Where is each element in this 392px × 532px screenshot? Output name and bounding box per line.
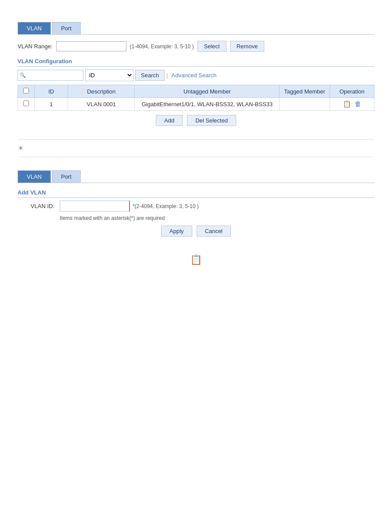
col-header-description: Description: [68, 85, 135, 98]
search-row: 🔍 IDDescription Search | Advanced Search: [18, 69, 374, 81]
vlan-id-label: VLAN ID:: [18, 203, 57, 209]
col-header-untagged: Untagged Member: [135, 85, 280, 98]
vlan-range-input[interactable]: [56, 41, 126, 51]
col-header-checkbox: [18, 85, 35, 98]
divider: ☀: [18, 139, 374, 157]
search-icon: 🔍: [20, 72, 26, 78]
search-dropdown[interactable]: IDDescription: [85, 69, 133, 81]
tab-bar-1: VLAN Port: [18, 22, 374, 35]
vlan-config-heading: VLAN Configuration: [18, 58, 374, 67]
copy-button[interactable]: 📋: [343, 100, 351, 108]
form-action-row: Apply Cancel: [18, 226, 374, 237]
row-id-cell: 1: [35, 98, 68, 111]
row-untagged-cell: GigabitEthernet1/0/1, WLAN-BSS32, WLAN-B…: [135, 98, 280, 111]
search-input[interactable]: [18, 70, 83, 81]
bottom-icon-area: 📋: [18, 254, 374, 266]
tab-bar-2: VLAN Port: [18, 170, 374, 183]
table-row: 1 VLAN 0001 GigabitEthernet1/0/1, WLAN-B…: [18, 98, 374, 111]
del-selected-button[interactable]: Del Selected: [187, 115, 236, 126]
row-checkbox[interactable]: [23, 101, 29, 106]
section-vlan-config: VLAN Port VLAN Range: (1-4094, Example: …: [18, 22, 374, 126]
select-all-checkbox[interactable]: [23, 88, 29, 93]
row-operation-cell: 📋 🗑: [330, 98, 374, 111]
vlan-id-input[interactable]: [60, 201, 130, 212]
section-add-vlan: VLAN Port Add VLAN VLAN ID: *(2-4094, Ex…: [18, 170, 374, 237]
tab-vlan-1[interactable]: VLAN: [18, 22, 51, 34]
tab-port-1[interactable]: Port: [52, 22, 81, 34]
apply-button[interactable]: Apply: [161, 226, 192, 237]
search-button[interactable]: Search: [135, 70, 165, 81]
vlan-id-row: VLAN ID: *(2-4094, Example: 3, 5-10 ): [18, 201, 374, 212]
tab-vlan-2[interactable]: VLAN: [18, 170, 51, 183]
vlan-range-label: VLAN Range:: [18, 43, 53, 50]
tab-port-2[interactable]: Port: [52, 170, 81, 183]
remove-button[interactable]: Remove: [230, 41, 264, 52]
search-input-wrapper: 🔍: [18, 70, 83, 81]
vlan-id-hint: *(2-4094, Example: 3, 5-10 ): [133, 203, 199, 209]
vlan-table: ID Description Untagged Member Tagged Me…: [18, 85, 374, 111]
table-action-row: Add Del Selected: [18, 115, 374, 126]
cancel-button[interactable]: Cancel: [197, 226, 231, 237]
add-vlan-heading: Add VLAN: [18, 189, 374, 198]
row-tagged-cell: [280, 98, 330, 111]
col-header-tagged: Tagged Member: [280, 85, 330, 98]
required-note: Items marked with an asterisk(*) are req…: [60, 215, 374, 221]
vlan-range-hint: (1-4094, Example: 3, 5-10 ): [130, 43, 194, 50]
lightbulb-icon: ☀: [18, 144, 24, 152]
select-button[interactable]: Select: [198, 41, 227, 52]
vlan-range-row: VLAN Range: (1-4094, Example: 3, 5-10 ) …: [18, 41, 374, 52]
col-header-operation: Operation: [330, 85, 374, 98]
delete-button[interactable]: 🗑: [355, 100, 361, 108]
advanced-search-link[interactable]: Advanced Search: [172, 72, 217, 79]
row-checkbox-cell: [18, 98, 35, 111]
bottom-copy-icon: 📋: [190, 254, 202, 266]
col-header-id: ID: [35, 85, 68, 98]
row-desc-cell: VLAN 0001: [68, 98, 135, 111]
add-button[interactable]: Add: [156, 115, 183, 126]
pipe-separator: |: [166, 72, 168, 79]
